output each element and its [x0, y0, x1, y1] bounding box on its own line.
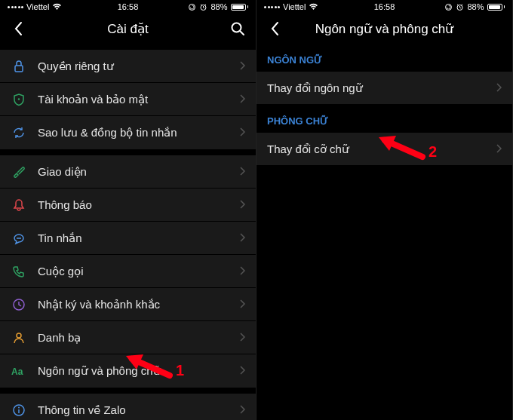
menu-label: Thay đổi cỡ chữ: [267, 143, 496, 156]
chevron-right-icon: [239, 265, 245, 278]
menu-item-about[interactable]: Thông tin về Zalo: [0, 394, 256, 420]
back-button[interactable]: [9, 20, 27, 38]
menu-item-account-security[interactable]: Tài khoản và bảo mật: [0, 83, 256, 116]
status-time: 16:58: [374, 2, 395, 11]
svg-rect-3: [15, 66, 23, 72]
svg-point-6: [17, 333, 21, 338]
alarm-icon: [199, 3, 207, 11]
chevron-right-icon: [496, 81, 502, 95]
battery-icon: [487, 4, 505, 11]
phone-icon: [11, 263, 27, 280]
contact-icon: [11, 330, 27, 346]
chevron-right-icon: [239, 364, 245, 378]
chevron-right-icon: [239, 331, 245, 345]
page-title: Ngôn ngữ và phông chữ: [315, 21, 454, 37]
sync-icon: [11, 124, 27, 141]
status-time: 16:58: [118, 2, 139, 11]
svg-text:Aa: Aa: [11, 366, 23, 377]
chevron-right-icon: [239, 93, 245, 106]
signal-strength-icon: [8, 6, 23, 8]
info-icon: [11, 402, 27, 418]
menu-label: Sao lưu & đồng bộ tin nhắn: [38, 126, 239, 139]
brush-icon: [11, 164, 27, 180]
menu-item-change-language[interactable]: Thay đổi ngôn ngữ: [256, 72, 512, 105]
shield-icon: [11, 91, 27, 108]
status-bar: Viettel 16:58 88%: [0, 0, 256, 14]
chevron-right-icon: [239, 126, 245, 139]
menu-label: Quyền riêng tư: [38, 60, 239, 73]
section-header-language: NGÔN NGỮ: [256, 44, 512, 72]
menu-label: Cuộc gọi: [38, 265, 239, 278]
settings-group-privacy: Quyền riêng tư Tài khoản và bảo mật Sao …: [0, 50, 256, 149]
battery-percent: 88%: [210, 2, 227, 11]
rotation-lock-icon: [188, 3, 196, 11]
menu-item-calls[interactable]: Cuộc gọi: [0, 255, 256, 288]
settings-group-about: Thông tin về Zalo: [0, 394, 256, 420]
menu-item-language-font[interactable]: Aa Ngôn ngữ và phông chữ: [0, 354, 256, 388]
chevron-right-icon: [239, 198, 245, 212]
section-header-font: PHÔNG CHỮ: [256, 105, 512, 133]
svg-point-9: [18, 407, 20, 409]
menu-item-theme[interactable]: Giao diện: [0, 155, 256, 189]
lock-icon: [11, 58, 27, 75]
language-font-screen: Viettel 16:58 88% Ngôn ngữ và phông chữ …: [256, 0, 513, 420]
menu-item-notifications[interactable]: Thông báo: [0, 189, 256, 222]
back-button[interactable]: [266, 20, 284, 38]
menu-label: Giao diện: [38, 165, 239, 179]
alarm-icon: [456, 3, 464, 11]
chevron-right-icon: [239, 60, 245, 73]
menu-item-contacts[interactable]: Danh bạ: [0, 321, 256, 354]
wifi-icon: [52, 3, 62, 11]
menu-item-messages[interactable]: Tin nhắn: [0, 222, 256, 255]
chevron-right-icon: [239, 165, 245, 179]
chevron-right-icon: [239, 298, 245, 311]
menu-label: Danh bạ: [38, 331, 239, 345]
page-title: Cài đặt: [107, 21, 148, 37]
chevron-right-icon: [496, 143, 502, 156]
bell-icon: [11, 197, 27, 213]
font-icon: Aa: [11, 363, 27, 379]
rotation-lock-icon: [444, 3, 453, 11]
carrier-label: Viettel: [283, 2, 306, 11]
menu-item-privacy[interactable]: Quyền riêng tư: [0, 50, 256, 83]
battery-icon: [231, 4, 249, 11]
navigation-bar: Ngôn ngữ và phông chữ: [256, 14, 512, 44]
wifi-icon: [309, 3, 318, 11]
menu-label: Tài khoản và bảo mật: [38, 93, 239, 106]
signal-strength-icon: [264, 6, 280, 8]
settings-group-general: Giao diện Thông báo Tin nhắn Cuộc gọi Nh…: [0, 155, 256, 388]
chevron-right-icon: [239, 403, 245, 417]
settings-screen: Viettel 16:58 88% Cài đặt Quyền riêng tư…: [0, 0, 256, 420]
svg-point-4: [18, 98, 20, 100]
menu-label: Thay đổi ngôn ngữ: [267, 81, 496, 95]
menu-label: Thông tin về Zalo: [38, 403, 239, 417]
chat-icon: [11, 230, 27, 247]
carrier-label: Viettel: [26, 2, 49, 11]
menu-item-backup-sync[interactable]: Sao lưu & đồng bộ tin nhắn: [0, 116, 256, 149]
menu-label: Ngôn ngữ và phông chữ: [38, 364, 239, 378]
clock-icon: [11, 296, 27, 313]
menu-label: Thông báo: [38, 198, 239, 211]
chevron-right-icon: [239, 231, 245, 245]
menu-item-change-font-size[interactable]: Thay đổi cỡ chữ: [256, 133, 512, 166]
menu-label: Nhật ký và khoảnh khắc: [38, 298, 239, 311]
status-bar: Viettel 16:58 88%: [256, 0, 512, 14]
battery-percent: 88%: [467, 2, 484, 11]
search-button[interactable]: [229, 20, 247, 38]
menu-label: Tin nhắn: [38, 231, 239, 245]
menu-item-timeline[interactable]: Nhật ký và khoảnh khắc: [0, 288, 256, 321]
navigation-bar: Cài đặt: [0, 14, 256, 44]
